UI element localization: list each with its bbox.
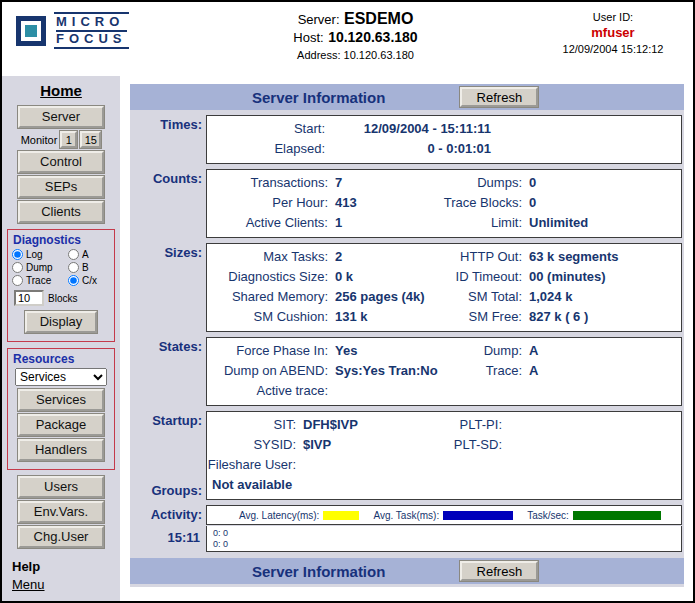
times-line: Elapsed: 0 - 0:01:01 — [207, 139, 681, 159]
field-value: 2 — [335, 247, 439, 267]
sizes-line: Shared Memory: 256 pages (4k) SM Total: … — [207, 287, 681, 307]
diagnostics-title: Diagnostics — [13, 233, 112, 247]
handlers-button[interactable]: Handlers — [18, 439, 104, 461]
user-info: User ID: mfuser 12/09/2004 15:12:12 — [543, 2, 693, 57]
server-line: Server: ESDEMO — [168, 10, 543, 28]
monitor-input-2[interactable] — [80, 131, 101, 148]
field-label: PLT-SD: — [421, 435, 509, 455]
field-label: Per Hour: — [207, 193, 335, 213]
diagnostics-group: Diagnostics Log A Dump — [7, 229, 115, 342]
control-button[interactable]: Control — [18, 151, 104, 173]
counts-box: Transactions: 7 Dumps: 0 Per Hour: 413 T… — [206, 169, 682, 238]
field-label: Active trace: — [207, 381, 335, 401]
radio-dump-input[interactable] — [12, 262, 23, 273]
activity-readout-box: 0: 0 0: 0 — [206, 526, 682, 552]
server-label: Server: — [298, 12, 340, 27]
startup-line: Fileshare User: — [207, 455, 681, 475]
field-label: Active Clients: — [207, 213, 335, 233]
field-value: A — [529, 361, 681, 381]
chguser-button[interactable]: Chg.User — [18, 526, 104, 548]
radio-trace[interactable]: Trace — [12, 275, 68, 286]
field-label: Trace Blocks: — [439, 193, 529, 213]
clients-button[interactable]: Clients — [18, 201, 104, 223]
field-label: Force Phase In: — [207, 341, 335, 361]
display-button[interactable]: Display — [25, 311, 97, 333]
sizes-label: Sizes: — [130, 243, 206, 332]
activity-box: Avg. Latency(ms): Avg. Task(ms): Task/se… — [206, 505, 682, 525]
radio-b[interactable]: B — [68, 262, 112, 273]
startup-line: SYSID: $IVP PLT-SD: — [207, 435, 681, 455]
microfocus-logo-icon — [16, 16, 46, 46]
field-label: Limit: — [439, 213, 529, 233]
radio-b-input[interactable] — [68, 262, 79, 273]
sidebar-home-link[interactable]: Home — [40, 82, 82, 99]
radio-a-input[interactable] — [68, 249, 79, 260]
task-time-label: Avg. Task(ms): — [373, 510, 439, 521]
radio-log-input[interactable] — [12, 249, 23, 260]
startup-line: SIT: DFH$IVP PLT-PI: — [207, 415, 681, 435]
menu-link[interactable]: Menu — [12, 577, 45, 593]
field-value: 0 — [529, 173, 681, 193]
logo-word-focus: FOCUS — [56, 32, 127, 46]
field-label — [421, 455, 509, 475]
timestamp: 12/09/2004 15:12:12 — [543, 42, 683, 57]
startup-label-column: Startup: Groups: — [130, 411, 206, 500]
field-value: 827 k ( 6 ) — [529, 307, 681, 327]
radio-trace-input[interactable] — [12, 275, 23, 286]
field-label: Start: — [207, 119, 333, 139]
server-identity: Server: ESDEMO Host: 10.120.63.180 Addre… — [168, 2, 543, 64]
radio-cx-input[interactable] — [68, 275, 79, 286]
radio-b-label: B — [82, 262, 89, 273]
radio-log[interactable]: Log — [12, 249, 68, 260]
address-line: Address: 10.120.63.180 — [168, 47, 543, 64]
panel-footer-title: Server Information — [252, 563, 385, 580]
radio-cx[interactable]: C/x — [68, 275, 112, 286]
radio-dump[interactable]: Dump — [12, 262, 68, 273]
resources-select[interactable]: Services — [15, 368, 107, 386]
monitor-row: Monitor — [6, 131, 116, 148]
radio-dump-label: Dump — [26, 262, 53, 273]
users-button[interactable]: Users — [18, 476, 104, 498]
resources-title: Resources — [13, 352, 112, 366]
field-value: 1 — [335, 213, 439, 233]
field-value — [303, 455, 421, 475]
envvars-button[interactable]: Env.Vars. — [18, 501, 104, 523]
sizes-row: Sizes: Max Tasks: 2 HTTP Out: 63 k segme… — [130, 243, 684, 332]
package-button[interactable]: Package — [18, 414, 104, 436]
states-line: Force Phase In: Yes Dump: A — [207, 341, 681, 361]
activity-row: Activity: Avg. Latency(ms): Avg. Task(ms… — [130, 505, 684, 525]
host-address: 10.120.63.180 — [328, 29, 418, 45]
radio-trace-label: Trace — [26, 275, 51, 286]
diagnostics-radios: Log A Dump B — [12, 249, 112, 286]
refresh-button-top[interactable]: Refresh — [460, 87, 538, 107]
blocks-input[interactable] — [14, 290, 44, 306]
states-line: Active trace: — [207, 381, 681, 401]
counts-row: Counts: Transactions: 7 Dumps: 0 Per Hou… — [130, 169, 684, 238]
field-label: Dump: — [439, 341, 529, 361]
activity-readout-line: 0: 0 — [213, 528, 681, 539]
counts-line: Active Clients: 1 Limit: Unlimited — [207, 213, 681, 233]
radio-a[interactable]: A — [68, 249, 112, 260]
times-box: Start: 12/09/2004 - 15:11:11 Elapsed: 0 … — [206, 115, 682, 164]
services-button[interactable]: Services — [18, 389, 104, 411]
sizes-line: Max Tasks: 2 HTTP Out: 63 k segments — [207, 247, 681, 267]
counts-label: Counts: — [130, 169, 206, 238]
help-block: Help Menu — [6, 558, 116, 597]
refresh-button-bottom[interactable]: Refresh — [460, 561, 538, 581]
field-label: Fileshare User: — [207, 455, 303, 475]
clipped-link — [12, 593, 116, 597]
resources-group: Resources Services Services Package Hand… — [7, 348, 115, 470]
startup-box: SIT: DFH$IVP PLT-PI: SYSID: $IVP PLT-SD: — [206, 411, 682, 500]
task-time-metric: Avg. Task(ms): — [373, 510, 513, 521]
field-value: 0 — [529, 193, 681, 213]
seps-button[interactable]: SEPs — [18, 176, 104, 198]
field-label: Elapsed: — [207, 139, 333, 159]
monitor-input-1[interactable] — [60, 131, 77, 148]
logo-word-micro: MICRO — [56, 15, 127, 32]
address-value: 10.120.63.180 — [344, 49, 414, 61]
server-button[interactable]: Server — [18, 106, 104, 128]
sidebar: Home Server Monitor Control SEPs Clients… — [2, 76, 120, 601]
startup-label: Startup: — [130, 413, 202, 428]
field-value: Unlimited — [529, 213, 681, 233]
states-box: Force Phase In: Yes Dump: A Dump on ABEN… — [206, 337, 682, 406]
